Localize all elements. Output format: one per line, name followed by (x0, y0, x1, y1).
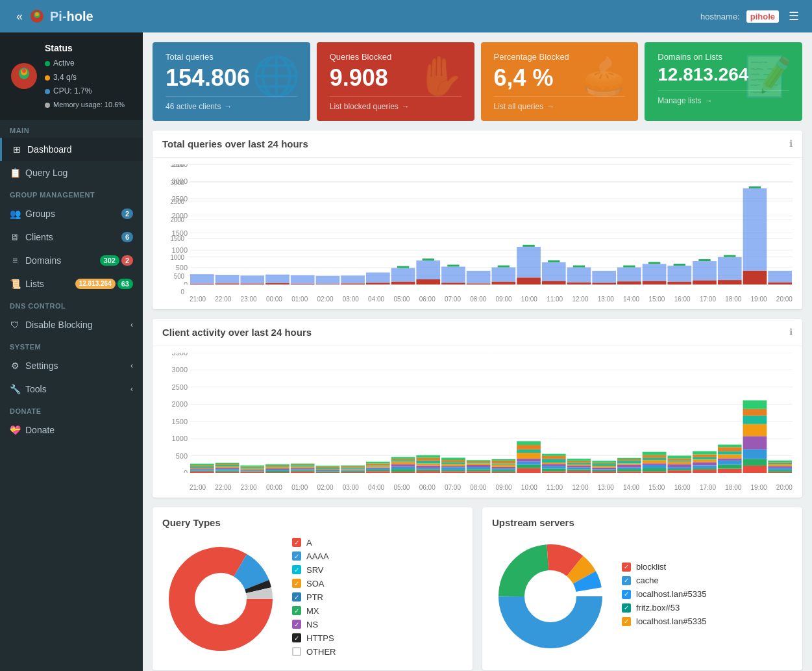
brand: Pi-hole (29, 8, 700, 24)
legend-checkbox-blocklist[interactable]: ✓ (622, 563, 631, 572)
sidebar-item-clients-label: Clients (25, 232, 53, 242)
legend-checkbox-soa[interactable]: ✓ (292, 579, 301, 588)
speed-dot (45, 75, 50, 81)
sidebar-collapse-button[interactable]: « (10, 10, 29, 23)
hostname-label: hostname: (700, 12, 740, 21)
query-types-panel: Query Types ✓ (153, 507, 473, 670)
sidebar-item-disable-blocking[interactable]: 🛡 Disable Blocking ‹ (0, 313, 143, 336)
navbar-menu-button[interactable]: ☰ (785, 6, 802, 27)
legend-item-https: ✓ HTTPS (292, 633, 463, 643)
disable-blocking-icon: 🛡 (10, 320, 20, 330)
sidebar-item-disable-blocking-label: Disable Blocking (25, 320, 93, 330)
sidebar-item-tools[interactable]: 🔧 Tools ‹ (0, 377, 143, 401)
legend-checkbox-a[interactable]: ✓ (292, 538, 301, 547)
active-label: Active (53, 57, 75, 71)
donate-icon: 💝 (10, 425, 20, 435)
stat-cards: Total queries 154.806 🌐 46 active client… (153, 42, 802, 121)
total-queries-link-text: 46 active clients (166, 102, 221, 111)
speed-label: 3,4 q/s (53, 71, 77, 85)
client-activity-info-icon[interactable]: ℹ (789, 327, 793, 337)
sidebar-item-clients[interactable]: 🖥 Clients 6 (0, 225, 143, 249)
client-activity-chart-body: 21:0022:0023:0000:0001:0002:0003:0004:00… (153, 346, 802, 498)
sidebar-item-lists[interactable]: 📜 Lists 12.813.264 63 (0, 272, 143, 296)
svg-point-26 (198, 576, 243, 622)
status-box: Status Active 3,4 q/s CPU: 1.7% Memory u… (0, 32, 143, 120)
query-types-content: ✓ A ✓ AAAA ✓ SRV ✓ SOA (162, 538, 463, 661)
memory-label: Memory usage: 10.6% (53, 99, 125, 112)
legend-item-blocklist: ✓ blocklist (622, 562, 793, 572)
legend-checkbox-fritzbox[interactable]: ✓ (622, 603, 631, 613)
legend-checkbox-other[interactable] (292, 647, 301, 656)
sidebar-item-domains[interactable]: ≡ Domains 302 2 (0, 249, 143, 272)
memory-dot (45, 103, 50, 108)
total-queries-x-labels: 21:0022:0023:0000:0001:0002:0003:0004:00… (162, 296, 793, 303)
query-types-title: Query Types (162, 517, 463, 528)
stat-card-percentage-blocked: Percentage Blocked 6,4 % 🥧 List all quer… (481, 42, 639, 121)
active-dot (45, 61, 50, 66)
svg-point-32 (528, 574, 573, 619)
domains-on-lists-link[interactable]: Manage lists → (658, 90, 789, 105)
sidebar-item-settings-label: Settings (25, 361, 58, 371)
total-queries-chart-body: 3500 3000 2500 2000 1500 1000 500 0 (153, 158, 802, 309)
legend-checkbox-srv[interactable]: ✓ (292, 565, 301, 574)
section-label-dns: DNS CONTROL (0, 296, 143, 313)
tools-chevron: ‹ (130, 385, 133, 394)
legend-checkbox-localhost1[interactable]: ✓ (622, 590, 631, 599)
sidebar-item-donate[interactable]: 💝 Donate (0, 418, 143, 442)
upstream-servers-legend: ✓ blocklist ✓ cache ✓ localhost.lan#5335 (622, 562, 793, 630)
legend-item-soa: ✓ SOA (292, 579, 463, 589)
section-label-system: SYSTEM (0, 336, 143, 354)
pihole-logo-icon (29, 8, 45, 24)
panel-header-total-queries: Total queries over last 24 hours ℹ (153, 131, 802, 158)
sidebar-item-groups[interactable]: 👥 Groups 2 (0, 202, 143, 225)
disable-blocking-chevron: ‹ (130, 320, 133, 329)
navbar: « Pi-hole hostname: pihole ☰ (0, 0, 812, 32)
legend-checkbox-https[interactable]: ✓ (292, 633, 301, 642)
query-log-icon: 📋 (10, 168, 20, 178)
panel-client-activity-chart: Client activity over last 24 hours ℹ 21:… (153, 319, 802, 498)
queries-blocked-icon: ✋ (416, 54, 465, 100)
bottom-charts: Query Types ✓ (153, 507, 802, 670)
lists-icon: 📜 (10, 279, 20, 289)
legend-checkbox-cache[interactable]: ✓ (622, 576, 631, 585)
legend-checkbox-localhost2[interactable]: ✓ (622, 617, 631, 626)
upstream-servers-content: ✓ blocklist ✓ cache ✓ localhost.lan#5335 (492, 538, 793, 655)
settings-chevron: ‹ (130, 361, 133, 370)
clients-badge: 6 (121, 232, 133, 242)
queries-blocked-link[interactable]: List blocked queries → (330, 96, 461, 111)
total-queries-link[interactable]: 46 active clients → (166, 96, 297, 111)
legend-item-fritzbox: ✓ fritz.box#53 (622, 603, 793, 613)
sidebar-item-dashboard[interactable]: ⊞ Dashboard (0, 138, 143, 161)
client-activity-x-labels: 21:0022:0023:0000:0001:0002:0003:0004:00… (162, 484, 793, 491)
status-title: Status (45, 40, 125, 57)
panel-total-queries-chart: Total queries over last 24 hours ℹ (153, 131, 802, 309)
total-queries-chart-title: Total queries over last 24 hours (162, 138, 308, 149)
domains-on-lists-link-text: Manage lists (658, 96, 701, 105)
query-types-donut (162, 540, 279, 657)
upstream-servers-donut (492, 538, 609, 655)
percentage-blocked-link[interactable]: List all queries → (494, 96, 626, 111)
navbar-right: hostname: pihole ☰ (700, 6, 802, 27)
sidebar-item-query-log[interactable]: 📋 Query Log (0, 161, 143, 184)
total-queries-info-icon[interactable]: ℹ (789, 138, 793, 149)
total-queries-arrow: → (224, 102, 232, 111)
hostname-value: pihole (746, 10, 779, 23)
legend-item-cache: ✓ cache (622, 576, 793, 585)
legend-item-a: ✓ A (292, 538, 463, 548)
percentage-blocked-icon: 🥧 (580, 54, 628, 100)
legend-checkbox-ptr[interactable]: ✓ (292, 592, 301, 601)
legend-item-localhost1: ✓ localhost.lan#5335 (622, 589, 793, 599)
section-label-main: MAIN (0, 120, 143, 138)
legend-checkbox-mx[interactable]: ✓ (292, 606, 301, 615)
panel-header-client-activity: Client activity over last 24 hours ℹ (153, 319, 802, 346)
stat-card-queries-blocked: Queries Blocked 9.908 ✋ List blocked que… (317, 42, 474, 121)
legend-item-srv: ✓ SRV (292, 565, 463, 575)
legend-checkbox-ns[interactable]: ✓ (292, 620, 301, 629)
main-content: Total queries 154.806 🌐 46 active client… (143, 32, 812, 671)
clients-icon: 🖥 (10, 232, 20, 242)
cpu-dot (45, 89, 50, 94)
sidebar-item-settings[interactable]: ⚙ Settings ‹ (0, 354, 143, 377)
sidebar-item-groups-label: Groups (25, 209, 55, 219)
legend-checkbox-aaaa[interactable]: ✓ (292, 551, 301, 561)
sidebar: Status Active 3,4 q/s CPU: 1.7% Memory u… (0, 32, 143, 671)
